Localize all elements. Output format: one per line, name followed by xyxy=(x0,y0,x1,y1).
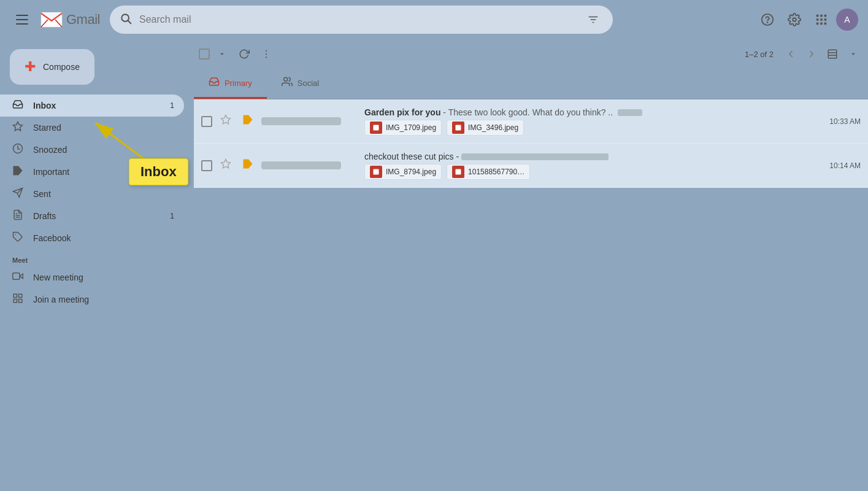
tab-primary-label: Primary xyxy=(225,79,252,88)
sidebar-item-starred[interactable]: Starred xyxy=(0,117,184,139)
inbox-tabs: Primary Social xyxy=(194,69,868,99)
gmail-g-icon xyxy=(39,7,64,32)
svg-rect-16 xyxy=(824,23,827,25)
avatar[interactable]: A xyxy=(836,9,858,31)
svg-rect-15 xyxy=(820,23,823,25)
email-toolbar: 1–2 of 2 xyxy=(194,39,868,69)
inbox-icon xyxy=(12,99,23,113)
app-header: Gmail xyxy=(0,0,868,39)
svg-marker-42 xyxy=(221,160,231,168)
email-1-subject: Garden pix for you - These two look good… xyxy=(364,107,820,117)
search-filter-button[interactable] xyxy=(583,10,603,29)
email-2-subject-text: checkout these cut pics - xyxy=(364,152,461,161)
header-actions: A xyxy=(755,7,858,32)
email-1-sender xyxy=(261,117,359,125)
primary-tab-icon xyxy=(209,76,220,90)
select-dropdown-button[interactable] xyxy=(212,44,232,64)
svg-rect-27 xyxy=(19,294,22,297)
compose-button[interactable]: ✚ Compose xyxy=(10,49,94,85)
pagination-controls xyxy=(781,44,863,64)
svg-point-46 xyxy=(457,170,458,171)
email-1-star-button[interactable] xyxy=(217,113,234,130)
star-icon xyxy=(12,121,23,135)
svg-rect-25 xyxy=(13,273,20,279)
facebook-label: Facebook xyxy=(33,233,174,243)
gmail-logo: Gmail xyxy=(39,7,100,32)
new-meeting-label: New meeting xyxy=(33,273,174,282)
svg-rect-12 xyxy=(820,18,823,21)
compose-label: Compose xyxy=(43,62,80,72)
svg-rect-26 xyxy=(13,294,17,297)
settings-button[interactable] xyxy=(782,7,807,32)
email-row[interactable]: Garden pix for you - These two look good… xyxy=(194,99,868,144)
starred-label: Starred xyxy=(33,123,174,133)
layout-options-button[interactable] xyxy=(843,44,863,64)
email-1-checkbox[interactable] xyxy=(201,116,212,127)
refresh-button[interactable] xyxy=(234,44,254,64)
email-2-subject: checkout these cut pics - xyxy=(364,152,820,161)
email-list: Garden pix for you - These two look good… xyxy=(194,99,868,491)
select-all-checkbox[interactable] xyxy=(199,48,210,60)
hamburger-icon xyxy=(16,15,28,25)
next-page-button[interactable] xyxy=(802,44,821,64)
gmail-wordmark: Gmail xyxy=(66,12,100,28)
email-1-important-button[interactable] xyxy=(239,113,256,130)
sidebar-item-new-meeting[interactable]: New meeting xyxy=(0,266,184,288)
email-row[interactable]: checkout these cut pics - IMG_8794.jpeg xyxy=(194,144,868,188)
svg-line-4 xyxy=(128,20,131,23)
menu-button[interactable] xyxy=(10,7,34,32)
email-2-checkbox[interactable] xyxy=(201,160,212,171)
email-2-important-button[interactable] xyxy=(239,157,256,174)
snoozed-label: Snoozed xyxy=(33,145,174,155)
attachment-2-name: IMG_3496.jpeg xyxy=(468,123,518,132)
svg-point-39 xyxy=(375,126,376,127)
image-attachment-icon xyxy=(452,122,464,134)
image-attachment-icon xyxy=(370,122,382,134)
svg-rect-13 xyxy=(824,18,827,21)
svg-marker-24 xyxy=(20,274,23,279)
tab-primary[interactable]: Primary xyxy=(194,69,267,99)
svg-rect-9 xyxy=(820,15,823,17)
svg-rect-33 xyxy=(828,50,837,58)
email-2-time: 10:14 AM xyxy=(824,161,861,170)
email-1-body: Garden pix for you - These two look good… xyxy=(364,107,820,136)
svg-point-44 xyxy=(375,170,376,171)
video-icon xyxy=(12,271,23,285)
sidebar-item-sent[interactable]: Sent xyxy=(0,183,184,205)
meet-section-label: Meet xyxy=(0,249,194,266)
attachment-1-name: IMG_1709.jpeg xyxy=(386,123,436,132)
svg-point-7 xyxy=(793,18,796,21)
apps-button[interactable] xyxy=(809,7,834,32)
email-2-star-button[interactable] xyxy=(217,157,234,174)
search-input[interactable] xyxy=(139,14,576,25)
email-2-body: checkout these cut pics - IMG_8794.jpeg xyxy=(364,152,820,180)
sidebar-item-join-meeting[interactable]: Join a meeting xyxy=(0,288,184,311)
attachment-chip[interactable]: IMG_3496.jpeg xyxy=(447,120,524,136)
svg-rect-11 xyxy=(816,18,819,21)
svg-rect-29 xyxy=(19,299,22,302)
search-bar xyxy=(110,6,613,34)
drafts-badge: 1 xyxy=(170,212,174,220)
attachment-chip[interactable]: 101588567790… xyxy=(447,164,530,180)
prev-page-button[interactable] xyxy=(781,44,801,64)
attachment-4-name: 101588567790… xyxy=(468,168,524,176)
email-2-attachments: IMG_8794.jpeg 101588567790… xyxy=(364,164,820,180)
image-attachment-icon xyxy=(452,166,464,178)
drafts-icon xyxy=(12,209,23,223)
attachment-chip[interactable]: IMG_1709.jpeg xyxy=(364,120,442,136)
svg-rect-28 xyxy=(13,299,17,302)
help-button[interactable] xyxy=(755,7,780,32)
svg-marker-37 xyxy=(221,115,231,124)
sidebar-item-important[interactable]: Important xyxy=(0,161,184,183)
sidebar-item-snoozed[interactable]: Snoozed xyxy=(0,139,184,161)
tab-social[interactable]: Social xyxy=(267,69,334,99)
search-icon xyxy=(120,12,132,28)
svg-marker-17 xyxy=(13,122,23,130)
toggle-layout-button[interactable] xyxy=(823,44,842,64)
more-options-button[interactable] xyxy=(256,44,276,64)
content-area: 1–2 of 2 xyxy=(194,39,868,491)
attachment-chip[interactable]: IMG_8794.jpeg xyxy=(364,164,442,180)
sidebar-item-drafts[interactable]: Drafts 1 xyxy=(0,205,184,227)
sidebar-item-inbox[interactable]: Inbox 1 xyxy=(0,95,184,117)
sidebar-item-facebook[interactable]: Facebook xyxy=(0,227,184,249)
